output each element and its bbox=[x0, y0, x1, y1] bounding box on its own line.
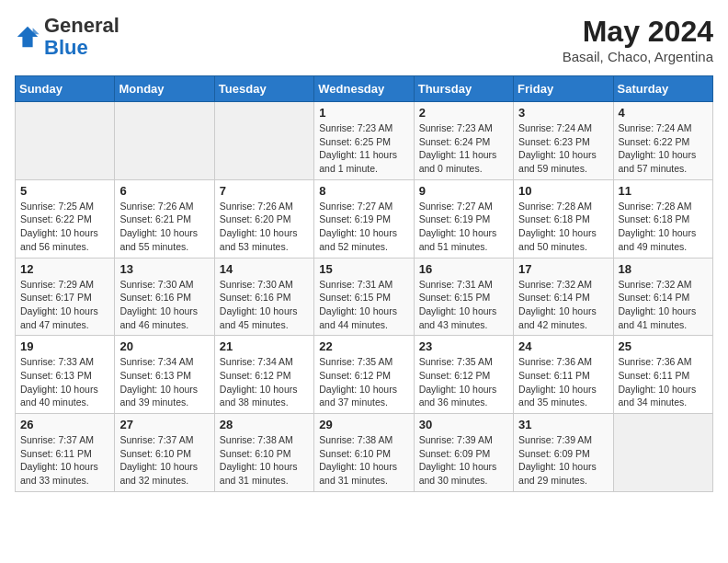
day-number: 6 bbox=[119, 184, 209, 198]
day-info: Sunrise: 7:23 AM Sunset: 6:25 PM Dayligh… bbox=[319, 121, 408, 176]
weekday-header-sunday: Sunday bbox=[16, 76, 115, 102]
calendar-cell bbox=[16, 102, 115, 180]
day-number: 8 bbox=[319, 184, 408, 198]
weekday-header-wednesday: Wednesday bbox=[314, 76, 414, 102]
calendar-cell bbox=[115, 102, 214, 180]
title-block: May 2024 Basail, Chaco, Argentina bbox=[563, 15, 713, 64]
day-number: 29 bbox=[319, 418, 408, 431]
day-info: Sunrise: 7:24 AM Sunset: 6:23 PM Dayligh… bbox=[518, 121, 608, 176]
calendar-table: SundayMondayTuesdayWednesdayThursdayFrid… bbox=[15, 75, 713, 492]
weekday-header-monday: Monday bbox=[115, 76, 214, 102]
day-info: Sunrise: 7:26 AM Sunset: 6:21 PM Dayligh… bbox=[119, 200, 209, 254]
day-number: 2 bbox=[419, 106, 508, 120]
day-number: 20 bbox=[119, 339, 209, 353]
day-number: 22 bbox=[319, 339, 408, 353]
day-info: Sunrise: 7:32 AM Sunset: 6:14 PM Dayligh… bbox=[619, 278, 708, 332]
calendar-cell: 18Sunrise: 7:32 AM Sunset: 6:14 PM Dayli… bbox=[613, 258, 712, 336]
calendar-week-row: 12Sunrise: 7:29 AM Sunset: 6:17 PM Dayli… bbox=[16, 258, 713, 336]
calendar-cell bbox=[214, 102, 313, 180]
calendar-week-row: 5Sunrise: 7:25 AM Sunset: 6:22 PM Daylig… bbox=[16, 179, 713, 258]
logo: General Blue bbox=[15, 15, 119, 59]
day-number: 10 bbox=[518, 184, 608, 198]
calendar-cell: 14Sunrise: 7:30 AM Sunset: 6:16 PM Dayli… bbox=[214, 258, 313, 336]
day-info: Sunrise: 7:34 AM Sunset: 6:13 PM Dayligh… bbox=[119, 355, 209, 409]
day-info: Sunrise: 7:33 AM Sunset: 6:13 PM Dayligh… bbox=[20, 355, 109, 409]
calendar-cell: 22Sunrise: 7:35 AM Sunset: 6:12 PM Dayli… bbox=[314, 336, 414, 414]
calendar-cell: 16Sunrise: 7:31 AM Sunset: 6:15 PM Dayli… bbox=[414, 258, 513, 336]
day-info: Sunrise: 7:36 AM Sunset: 6:11 PM Dayligh… bbox=[619, 355, 708, 409]
day-number: 31 bbox=[518, 418, 608, 431]
calendar-cell: 31Sunrise: 7:39 AM Sunset: 6:09 PM Dayli… bbox=[514, 414, 613, 492]
day-info: Sunrise: 7:38 AM Sunset: 6:10 PM Dayligh… bbox=[319, 433, 408, 488]
weekday-header-tuesday: Tuesday bbox=[214, 76, 313, 102]
calendar-cell: 26Sunrise: 7:37 AM Sunset: 6:11 PM Dayli… bbox=[16, 414, 115, 492]
day-number: 4 bbox=[619, 106, 708, 120]
day-number: 27 bbox=[119, 418, 209, 431]
day-info: Sunrise: 7:27 AM Sunset: 6:19 PM Dayligh… bbox=[319, 200, 408, 254]
calendar-cell: 21Sunrise: 7:34 AM Sunset: 6:12 PM Dayli… bbox=[214, 336, 313, 414]
calendar-cell bbox=[613, 414, 712, 492]
calendar-cell: 30Sunrise: 7:39 AM Sunset: 6:09 PM Dayli… bbox=[414, 414, 513, 492]
day-info: Sunrise: 7:38 AM Sunset: 6:10 PM Dayligh… bbox=[220, 433, 309, 488]
calendar-cell: 7Sunrise: 7:26 AM Sunset: 6:20 PM Daylig… bbox=[214, 179, 313, 258]
day-info: Sunrise: 7:35 AM Sunset: 6:12 PM Dayligh… bbox=[419, 355, 508, 409]
day-number: 17 bbox=[518, 262, 608, 276]
day-info: Sunrise: 7:34 AM Sunset: 6:12 PM Dayligh… bbox=[220, 355, 309, 409]
day-number: 26 bbox=[20, 418, 109, 431]
calendar-cell: 2Sunrise: 7:23 AM Sunset: 6:24 PM Daylig… bbox=[414, 102, 513, 180]
calendar-cell: 20Sunrise: 7:34 AM Sunset: 6:13 PM Dayli… bbox=[115, 336, 214, 414]
calendar-cell: 17Sunrise: 7:32 AM Sunset: 6:14 PM Dayli… bbox=[514, 258, 613, 336]
day-info: Sunrise: 7:27 AM Sunset: 6:19 PM Dayligh… bbox=[419, 200, 508, 254]
day-number: 3 bbox=[518, 106, 608, 120]
calendar-cell: 24Sunrise: 7:36 AM Sunset: 6:11 PM Dayli… bbox=[514, 336, 613, 414]
day-number: 24 bbox=[518, 339, 608, 353]
calendar-week-row: 19Sunrise: 7:33 AM Sunset: 6:13 PM Dayli… bbox=[16, 336, 713, 414]
day-info: Sunrise: 7:32 AM Sunset: 6:14 PM Dayligh… bbox=[518, 278, 608, 332]
calendar-cell: 25Sunrise: 7:36 AM Sunset: 6:11 PM Dayli… bbox=[613, 336, 712, 414]
weekday-header-saturday: Saturday bbox=[613, 76, 712, 102]
day-number: 9 bbox=[419, 184, 508, 198]
day-info: Sunrise: 7:23 AM Sunset: 6:24 PM Dayligh… bbox=[419, 121, 508, 176]
day-number: 11 bbox=[619, 184, 708, 198]
calendar-cell: 23Sunrise: 7:35 AM Sunset: 6:12 PM Dayli… bbox=[414, 336, 513, 414]
day-info: Sunrise: 7:25 AM Sunset: 6:22 PM Dayligh… bbox=[20, 200, 109, 254]
calendar-week-row: 1Sunrise: 7:23 AM Sunset: 6:25 PM Daylig… bbox=[16, 102, 713, 180]
day-info: Sunrise: 7:37 AM Sunset: 6:11 PM Dayligh… bbox=[20, 433, 109, 488]
logo-general-text: General bbox=[44, 14, 119, 37]
day-info: Sunrise: 7:28 AM Sunset: 6:18 PM Dayligh… bbox=[518, 200, 608, 254]
calendar-cell: 28Sunrise: 7:38 AM Sunset: 6:10 PM Dayli… bbox=[214, 414, 313, 492]
calendar-week-row: 26Sunrise: 7:37 AM Sunset: 6:11 PM Dayli… bbox=[16, 414, 713, 492]
calendar-cell: 13Sunrise: 7:30 AM Sunset: 6:16 PM Dayli… bbox=[115, 258, 214, 336]
day-info: Sunrise: 7:39 AM Sunset: 6:09 PM Dayligh… bbox=[518, 433, 608, 488]
day-number: 16 bbox=[419, 262, 508, 276]
day-number: 19 bbox=[20, 339, 109, 353]
day-number: 1 bbox=[319, 106, 408, 120]
day-info: Sunrise: 7:37 AM Sunset: 6:10 PM Dayligh… bbox=[119, 433, 209, 488]
calendar-cell: 6Sunrise: 7:26 AM Sunset: 6:21 PM Daylig… bbox=[115, 179, 214, 258]
day-info: Sunrise: 7:39 AM Sunset: 6:09 PM Dayligh… bbox=[419, 433, 508, 488]
calendar-cell: 29Sunrise: 7:38 AM Sunset: 6:10 PM Dayli… bbox=[314, 414, 414, 492]
calendar-cell: 12Sunrise: 7:29 AM Sunset: 6:17 PM Dayli… bbox=[16, 258, 115, 336]
weekday-header-thursday: Thursday bbox=[414, 76, 513, 102]
day-number: 28 bbox=[220, 418, 309, 431]
day-number: 30 bbox=[419, 418, 508, 431]
calendar-body: 1Sunrise: 7:23 AM Sunset: 6:25 PM Daylig… bbox=[16, 102, 713, 492]
day-info: Sunrise: 7:24 AM Sunset: 6:22 PM Dayligh… bbox=[619, 121, 708, 176]
logo-blue-text: Blue bbox=[44, 36, 88, 59]
svg-marker-0 bbox=[17, 27, 38, 47]
calendar-cell: 3Sunrise: 7:24 AM Sunset: 6:23 PM Daylig… bbox=[514, 102, 613, 180]
calendar-cell: 8Sunrise: 7:27 AM Sunset: 6:19 PM Daylig… bbox=[314, 179, 414, 258]
day-number: 13 bbox=[119, 262, 209, 276]
calendar-cell: 1Sunrise: 7:23 AM Sunset: 6:25 PM Daylig… bbox=[314, 102, 414, 180]
weekday-header-row: SundayMondayTuesdayWednesdayThursdayFrid… bbox=[16, 76, 713, 102]
calendar-cell: 9Sunrise: 7:27 AM Sunset: 6:19 PM Daylig… bbox=[414, 179, 513, 258]
day-info: Sunrise: 7:26 AM Sunset: 6:20 PM Dayligh… bbox=[220, 200, 309, 254]
day-info: Sunrise: 7:28 AM Sunset: 6:18 PM Dayligh… bbox=[619, 200, 708, 254]
calendar-cell: 4Sunrise: 7:24 AM Sunset: 6:22 PM Daylig… bbox=[613, 102, 712, 180]
logo-icon bbox=[15, 24, 40, 50]
calendar-header: SundayMondayTuesdayWednesdayThursdayFrid… bbox=[16, 76, 713, 102]
weekday-header-friday: Friday bbox=[514, 76, 613, 102]
day-info: Sunrise: 7:30 AM Sunset: 6:16 PM Dayligh… bbox=[220, 278, 309, 332]
calendar-cell: 5Sunrise: 7:25 AM Sunset: 6:22 PM Daylig… bbox=[16, 179, 115, 258]
day-number: 14 bbox=[220, 262, 309, 276]
